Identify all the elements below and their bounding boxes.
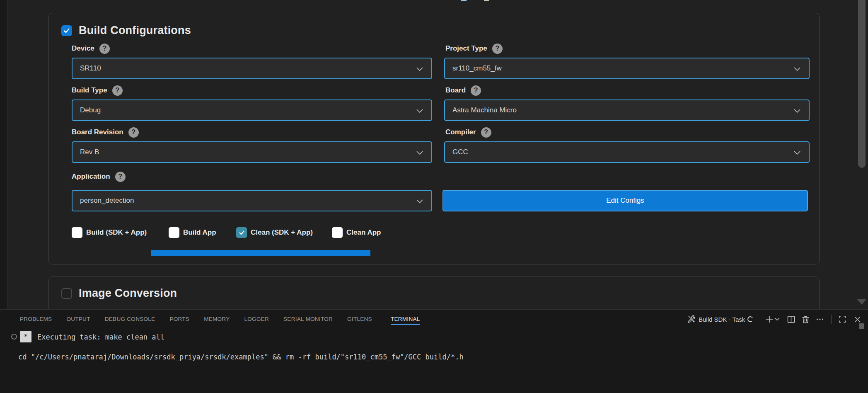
build-app-checkbox[interactable]: Build App — [169, 227, 216, 238]
checkbox-box[interactable] — [72, 227, 82, 238]
board-select[interactable]: Astra Machina Micro — [444, 99, 810, 121]
build-type-select[interactable]: Debug — [72, 99, 432, 121]
tab-memory[interactable]: MEMORY — [204, 314, 230, 325]
more-actions-icon[interactable] — [815, 314, 824, 324]
device-help-icon[interactable]: ? — [99, 44, 110, 54]
build-type-label: Build Type ? — [72, 85, 123, 96]
build-type-help-icon[interactable]: ? — [112, 85, 123, 96]
clean-app-checkbox[interactable]: Clean App — [332, 227, 381, 238]
task-badge: * — [20, 331, 31, 342]
terminal-line: Executing task: make clean all — [37, 333, 164, 341]
image-conversion-title: Image Conversion — [79, 287, 177, 300]
board-revision-help-icon[interactable]: ? — [128, 127, 139, 138]
chevron-down-icon — [794, 151, 800, 155]
build-sdk-app-checkbox[interactable]: Build (SDK + App) — [72, 227, 147, 238]
kill-terminal-icon[interactable] — [801, 314, 810, 324]
spinner-icon — [747, 316, 754, 323]
tab-gitlens[interactable]: GITLENS — [347, 314, 372, 325]
close-panel-icon[interactable] — [853, 314, 862, 324]
device-label: Device ? — [72, 43, 110, 54]
image-conversion-checkbox[interactable] — [61, 288, 72, 299]
build-configurations-card — [48, 13, 820, 264]
build-configurations-checkbox[interactable] — [61, 25, 72, 36]
split-terminal-icon[interactable] — [786, 314, 795, 324]
tab-ports[interactable]: PORTS — [169, 314, 189, 325]
application-select[interactable]: person_detection — [72, 190, 432, 211]
tab-debug-console[interactable]: DEBUG CONSOLE — [105, 314, 155, 325]
project-type-select[interactable]: sr110_cm55_fw — [444, 58, 810, 79]
tab-logger[interactable]: LOGGER — [244, 314, 269, 325]
panel-toolbar: Build SDK - Task — [687, 310, 862, 329]
chevron-down-icon — [794, 109, 800, 113]
board-help-icon[interactable]: ? — [471, 85, 481, 96]
board-label: Board ? — [445, 85, 481, 96]
compiler-help-icon[interactable]: ? — [481, 127, 491, 138]
project-type-label: Project Type ? — [445, 43, 503, 54]
editor-left-gutter — [0, 0, 8, 309]
chevron-down-icon — [794, 67, 800, 71]
chevron-down-icon — [416, 151, 423, 155]
panel-tabbar: PROBLEMS OUTPUT DEBUG CONSOLE PORTS MEMO… — [20, 310, 420, 329]
clipped-tab-fragment — [484, 0, 489, 1]
board-revision-label: Board Revision ? — [72, 127, 139, 138]
webview-area: Build Configurations Device ? SR110 Proj… — [0, 0, 868, 309]
terminal-dropdown-icon[interactable] — [774, 314, 780, 324]
tab-problems[interactable]: PROBLEMS — [20, 314, 52, 325]
application-help-icon[interactable]: ? — [115, 172, 126, 182]
terminal-scrollbar-thumb[interactable] — [859, 323, 864, 329]
chevron-down-icon — [416, 109, 423, 113]
device-select[interactable]: SR110 — [72, 58, 432, 79]
scrollbar-thumb[interactable] — [858, 0, 866, 168]
tab-output[interactable]: OUTPUT — [66, 314, 90, 325]
build-progress-bar — [151, 250, 370, 256]
build-configurations-title: Build Configurations — [79, 24, 191, 37]
tab-serial-monitor[interactable]: SERIAL MONITOR — [283, 314, 333, 325]
task-label[interactable]: Build SDK - Task — [699, 316, 745, 323]
compiler-select[interactable]: GCC — [444, 141, 810, 163]
clipped-tab-fragment — [461, 0, 467, 1]
project-type-help-icon[interactable]: ? — [492, 44, 503, 54]
tools-icon — [687, 314, 696, 324]
compiler-label: Compiler ? — [445, 127, 491, 138]
checkbox-box[interactable] — [169, 227, 179, 238]
bottom-panel: PROBLEMS OUTPUT DEBUG CONSOLE PORTS MEMO… — [0, 309, 868, 393]
board-revision-select[interactable]: Rev B — [72, 141, 432, 163]
chevron-down-icon — [416, 199, 423, 203]
terminal-line: cd "/c/Users/pnataraj/Downloads/srsdk_pr… — [18, 353, 464, 361]
new-terminal-icon[interactable] — [765, 314, 774, 324]
scroll-down-arrow[interactable] — [857, 299, 866, 305]
maximize-panel-icon[interactable] — [838, 314, 847, 324]
checkbox-box[interactable] — [236, 227, 247, 238]
toolbar-separator — [831, 315, 832, 324]
command-decoration-icon[interactable] — [11, 334, 17, 340]
checkbox-box[interactable] — [332, 227, 343, 238]
edit-configs-button[interactable]: Edit Configs — [442, 190, 808, 211]
application-label: Application ? — [72, 171, 126, 182]
chevron-down-icon — [416, 67, 423, 71]
tab-terminal[interactable]: TERMINAL — [391, 314, 420, 325]
clean-sdk-app-checkbox[interactable]: Clean (SDK + App) — [236, 227, 313, 238]
